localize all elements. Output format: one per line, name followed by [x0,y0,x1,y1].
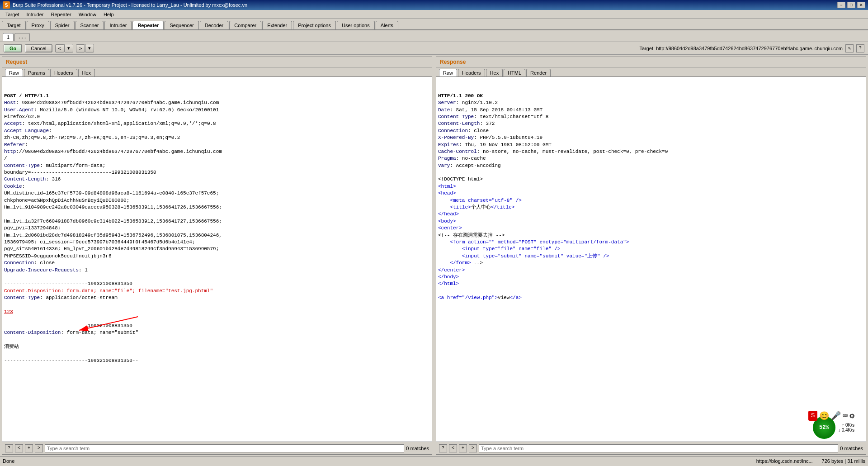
target-label: Target: [639,46,656,51]
repeater-tab-more[interactable]: ... [14,33,30,41]
target-edit-button[interactable]: ✎ [845,44,854,52]
sogou-bar: S 😊 🎤 ⌨ ⚙ [808,411,854,421]
target-help-button[interactable]: ? [856,44,864,52]
menu-help[interactable]: Help [100,11,118,18]
response-search-next-up[interactable]: + [459,444,467,452]
go-button[interactable]: Go [4,44,22,52]
upload-speed: ↑ 0K/s [838,423,854,428]
request-tab-params[interactable]: Params [24,69,49,76]
next-drop-button[interactable]: ▾ [85,44,94,52]
request-tab-headers[interactable]: Headers [50,69,77,76]
response-panel: Response Raw Headers Hex HTML Render HTT… [436,57,866,455]
menu-window[interactable]: Window [75,11,100,18]
tab-scanner[interactable]: Scanner [75,21,104,29]
title-bar: S Burp Suite Professional v1.7.26 - Temp… [0,0,868,10]
menu-repeater[interactable]: Repeater [47,11,75,18]
request-search-input[interactable] [45,444,404,452]
close-button[interactable]: ✕ [857,2,865,8]
sogou-mic[interactable]: 🎤 [831,411,841,421]
tab-target[interactable]: Target [2,21,26,29]
status-text: Done [3,458,14,464]
sogou-keyboard[interactable]: ⌨ [843,411,848,421]
response-tab-render[interactable]: Render [526,69,551,76]
tab-sequencer[interactable]: Sequencer [165,21,198,29]
repeater-tab-bar: 1 ... [0,30,868,42]
target-url-container: Target: http://98604d2d98a3479fb5dd74262… [97,46,843,51]
request-search-next-up[interactable]: + [25,444,33,452]
tab-repeater[interactable]: Repeater [132,21,164,29]
tab-intruder[interactable]: Intruder [104,21,132,29]
menu-target[interactable]: Target [2,11,23,18]
prev-drop-button[interactable]: ▾ [64,44,73,52]
response-header: Response [436,57,866,67]
minimize-button[interactable]: − [837,2,845,8]
tab-proxy[interactable]: Proxy [27,21,49,29]
response-search-input[interactable] [479,444,838,452]
tab-comparer[interactable]: Comparer [229,21,261,29]
response-tab-headers[interactable]: Headers [458,69,485,76]
request-panel: Request Raw Params Headers Hex POST / HT… [2,57,432,455]
top-tab-bar: Target Proxy Spider Scanner Intruder Rep… [0,19,868,30]
request-search-help[interactable]: ? [5,444,13,452]
request-search-bar: ? < + > 0 matches [2,442,432,454]
response-tab-hex[interactable]: Hex [486,69,503,76]
menu-intruder[interactable]: Intruder [23,11,47,18]
request-header: Request [2,57,432,67]
tab-alerts[interactable]: Alerts [376,21,398,29]
tab-user-options[interactable]: User options [337,21,375,29]
tab-spider[interactable]: Spider [50,21,75,29]
response-search-next-down[interactable]: > [469,444,477,452]
response-search-matches: 0 matches [840,446,863,451]
response-search-prev[interactable]: < [449,444,457,452]
response-content[interactable]: HTTP/1.1 200 OK Server: nginx/1.10.2 Dat… [436,77,866,442]
download-speed: ↓ 0.4K/s [838,428,854,433]
response-tab-raw[interactable]: Raw [439,69,457,76]
status-bar: Done https://blog.csdn.net/inc... 726 by… [0,456,868,465]
target-url-value: http://98604d2d98a3479fb5dd742624bd86374… [656,46,843,51]
response-search-help[interactable]: ? [439,444,447,452]
title-bar-left: S Burp Suite Professional v1.7.26 - Temp… [3,1,247,9]
request-tab-raw[interactable]: Raw [5,69,23,76]
request-search-prev[interactable]: < [15,444,23,452]
next-button[interactable]: > [76,44,85,52]
request-search-next-down[interactable]: > [35,444,43,452]
status-byte-info: 726 bytes | 31 millis [822,458,865,464]
prev-button[interactable]: < [55,44,64,52]
sogou-emoji[interactable]: 😊 [819,411,829,421]
menu-bar: Target Intruder Repeater Window Help [0,10,868,19]
sogou-settings[interactable]: ⚙ [849,411,854,421]
request-search-matches: 0 matches [406,446,429,451]
request-tab-hex[interactable]: Hex [78,69,95,76]
response-tab-html[interactable]: HTML [504,69,525,76]
tab-extender[interactable]: Extender [262,21,292,29]
window-title: Burp Suite Professional v1.7.26 - Tempor… [13,2,247,8]
request-tab-bar: Raw Params Headers Hex [2,67,432,77]
main-content: Request Raw Params Headers Hex POST / HT… [0,55,868,456]
cancel-button[interactable]: Cancel [25,44,52,52]
maximize-button[interactable]: □ [847,2,855,8]
repeater-tab-1[interactable]: 1 [3,33,14,41]
tab-decoder[interactable]: Decoder [200,21,229,29]
title-bar-controls[interactable]: − □ ✕ [837,2,865,8]
response-tab-bar: Raw Headers Hex HTML Render [436,67,866,77]
toolbar: Go Cancel < ▾ > ▾ Target: http://98604d2… [0,42,868,55]
app-icon: S [3,1,10,9]
response-search-bar: ? < + > 0 matches [436,442,866,454]
sogou-icon: S [808,411,818,421]
status-url: https://blog.csdn.net/inc... [756,458,813,464]
request-content[interactable]: POST / HTTP/1.1 Host: 98604d2d98a3479fb5… [2,77,432,442]
tab-project-options[interactable]: Project options [293,21,336,29]
